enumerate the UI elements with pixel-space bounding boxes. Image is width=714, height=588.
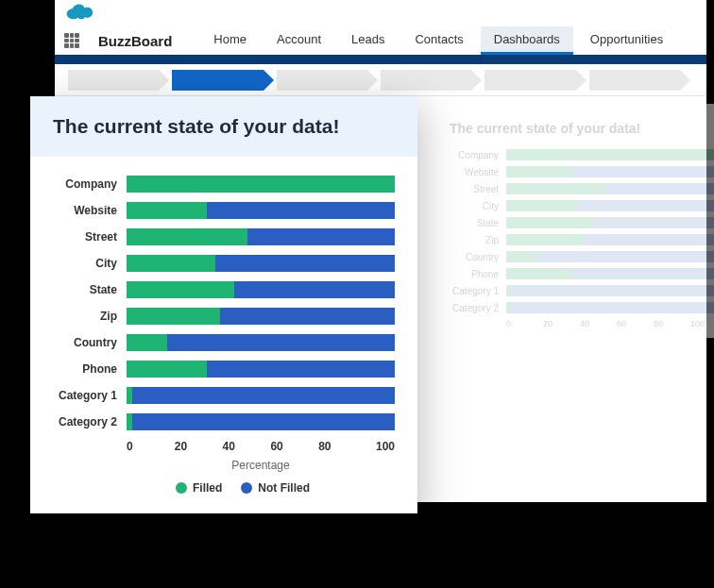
bar-label: Category 2 bbox=[53, 415, 127, 428]
bar-segment-filled bbox=[127, 176, 395, 193]
faded-x-tick: 60 bbox=[617, 319, 654, 328]
bar-track bbox=[127, 202, 395, 219]
bar-segment-filled bbox=[127, 255, 215, 272]
nav-item-opportunities[interactable]: Opportunities bbox=[577, 26, 676, 55]
bar-segment-notfilled bbox=[132, 387, 395, 404]
nav-item-account[interactable]: Account bbox=[264, 26, 334, 55]
faded-x-tick: 0 bbox=[506, 319, 543, 328]
chart-card-main: The current state of your data! CompanyW… bbox=[30, 96, 417, 513]
faded-bar-track bbox=[506, 149, 714, 160]
faded-bar-label: Company bbox=[450, 150, 506, 160]
bar-segment-notfilled bbox=[132, 413, 395, 430]
x-axis-label: Percentage bbox=[127, 459, 395, 472]
faded-bar-notfilled bbox=[572, 166, 714, 177]
bar-track bbox=[127, 387, 395, 404]
faded-bar-label: Category 1 bbox=[450, 286, 506, 296]
bar-row: Website bbox=[53, 202, 395, 219]
bar-track bbox=[127, 413, 395, 430]
bar-segment-notfilled bbox=[220, 308, 395, 325]
faded-bar-track bbox=[506, 234, 714, 245]
bar-label: Zip bbox=[53, 310, 127, 323]
bar-segment-filled bbox=[127, 202, 207, 219]
bar-segment-notfilled bbox=[167, 334, 395, 351]
main-nav: BuzzBoard HomeAccountLeadsContactsDashbo… bbox=[55, 26, 706, 55]
swatch-notfilled-icon bbox=[241, 482, 252, 494]
bar-row: Category 2 bbox=[53, 413, 395, 430]
faded-bar-filled bbox=[506, 183, 605, 194]
bar-row: Company bbox=[53, 176, 395, 193]
chart-legend: Filled Not Filled bbox=[91, 481, 395, 495]
faded-bar-filled bbox=[506, 166, 572, 177]
faded-bar-notfilled bbox=[584, 234, 714, 245]
faded-bar-row: State bbox=[450, 217, 714, 228]
faded-bar-label: Category 2 bbox=[450, 303, 506, 313]
faded-bar-row: Zip bbox=[450, 234, 714, 245]
bar-segment-filled bbox=[127, 334, 167, 351]
legend-filled: Filled bbox=[176, 481, 222, 495]
bar-label: Country bbox=[53, 336, 127, 349]
faded-x-tick: 40 bbox=[580, 319, 617, 328]
faded-bar-notfilled bbox=[579, 200, 714, 211]
faded-bar-filled bbox=[506, 217, 595, 228]
faded-bar-track bbox=[506, 200, 714, 211]
faded-bar-filled bbox=[506, 149, 714, 160]
faded-bar-row: Company bbox=[450, 149, 714, 160]
faded-bar-label: Country bbox=[450, 252, 506, 262]
wizard-step-1[interactable] bbox=[172, 70, 263, 91]
legend-notfilled-label: Not Filled bbox=[258, 481, 310, 495]
faded-bar-label: City bbox=[450, 201, 506, 211]
wizard-step-3[interactable] bbox=[381, 70, 471, 91]
nav-item-leads[interactable]: Leads bbox=[338, 26, 398, 55]
faded-bar-row: Category 2 bbox=[450, 302, 714, 313]
faded-bar-track bbox=[506, 166, 714, 177]
bar-row: Category 1 bbox=[53, 387, 395, 404]
wizard-step-0[interactable] bbox=[68, 70, 159, 91]
bar-track bbox=[127, 308, 395, 325]
faded-bar-track bbox=[506, 302, 714, 313]
faded-bar-track bbox=[506, 251, 714, 262]
faded-x-axis: 020406080100 bbox=[506, 319, 714, 328]
faded-bar-track bbox=[506, 217, 714, 228]
bar-label: Category 1 bbox=[53, 389, 127, 402]
bar-row: State bbox=[53, 281, 395, 298]
faded-bar-row: Street bbox=[450, 183, 714, 194]
bar-label: Street bbox=[53, 230, 127, 244]
nav-item-home[interactable]: Home bbox=[200, 26, 260, 55]
faded-bar-filled bbox=[506, 234, 584, 245]
brand-name: BuzzBoard bbox=[98, 33, 172, 49]
title-bar bbox=[55, 0, 706, 26]
wizard-steps bbox=[55, 64, 706, 96]
wizard-step-2[interactable] bbox=[277, 70, 367, 91]
x-tick: 0 bbox=[127, 440, 175, 453]
app-launcher-icon[interactable] bbox=[64, 33, 79, 48]
card-title-wrap: The current state of your data! bbox=[30, 96, 417, 157]
bar-track bbox=[127, 228, 395, 245]
card-title: The current state of your data! bbox=[53, 115, 395, 138]
bar-segment-filled bbox=[127, 228, 247, 245]
bar-label: Website bbox=[53, 204, 127, 217]
wizard-step-4[interactable] bbox=[484, 70, 575, 91]
accent-bar bbox=[55, 55, 706, 64]
salesforce-cloud-icon bbox=[64, 3, 94, 24]
x-tick: 100 bbox=[366, 440, 395, 453]
bar-row: Zip bbox=[53, 308, 395, 325]
wizard-step-5[interactable] bbox=[589, 70, 680, 91]
x-tick: 60 bbox=[270, 440, 318, 453]
bar-segment-filled bbox=[127, 308, 220, 325]
x-tick: 20 bbox=[175, 440, 223, 453]
faded-bar-filled bbox=[506, 200, 579, 211]
bar-row: Street bbox=[53, 228, 395, 245]
faded-bar-notfilled bbox=[511, 302, 714, 313]
faded-bar-row: City bbox=[450, 200, 714, 211]
faded-bar-track bbox=[506, 268, 714, 279]
x-tick: 80 bbox=[318, 440, 366, 453]
faded-bar-label: Website bbox=[450, 167, 506, 177]
faded-bar-track bbox=[506, 285, 714, 296]
bar-track bbox=[127, 255, 395, 272]
bar-row: Phone bbox=[53, 361, 395, 378]
faded-bar-notfilled bbox=[595, 217, 714, 228]
bar-track bbox=[127, 176, 395, 193]
nav-item-contacts[interactable]: Contacts bbox=[401, 26, 476, 55]
chart-body: CompanyWebsiteStreetCityStateZipCountryP… bbox=[30, 157, 417, 495]
nav-item-dashboards[interactable]: Dashboards bbox=[481, 26, 573, 55]
